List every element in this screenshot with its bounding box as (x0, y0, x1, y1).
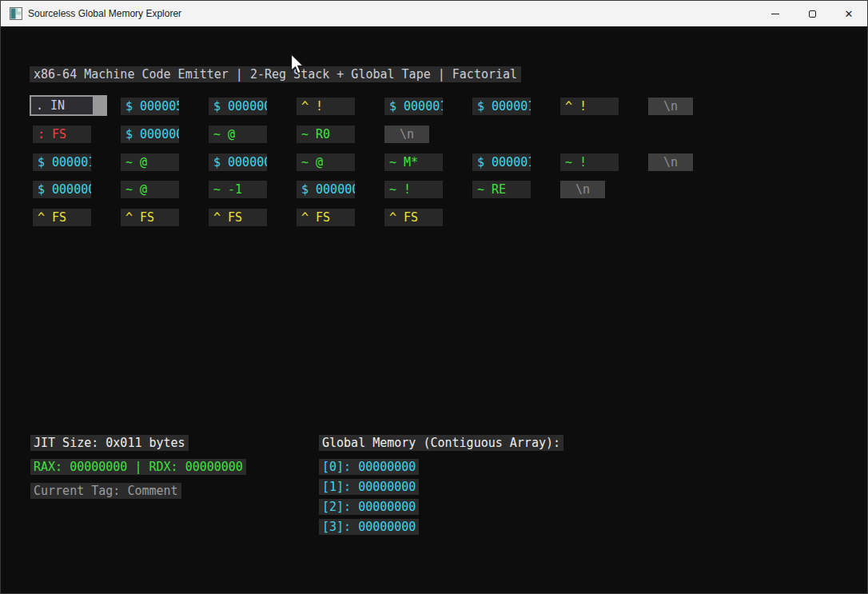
token-cell[interactable]: $ 000001 (472, 153, 531, 171)
active-token-entry[interactable]: . IN (30, 95, 107, 116)
token-cell[interactable]: $ 000001 (472, 98, 531, 115)
token-cell[interactable]: $ 000001 (33, 153, 91, 171)
newline-token-cell[interactable]: \n (384, 126, 429, 143)
token-cell[interactable]: ~ @ (297, 153, 355, 171)
content-area: x86-64 Machine Code Emitter | 2-Reg Stac… (1, 26, 867, 593)
token-cell[interactable]: ^ ! (560, 98, 619, 115)
newline-token-cell[interactable]: \n (648, 98, 693, 115)
memory-slot-0: [0]: 00000000 (319, 459, 419, 475)
token-cell[interactable]: ^ ! (297, 98, 355, 115)
window-controls: ✕ (757, 1, 867, 26)
token-cell[interactable]: ~ ! (560, 153, 619, 171)
entry-cursor-block (93, 97, 106, 114)
token-cell[interactable]: ~ @ (121, 153, 179, 171)
minimize-icon (771, 14, 779, 14)
current-tag-label: Current Tag: Comment (30, 483, 181, 499)
token-cell[interactable]: ^ FS (33, 209, 91, 226)
token-cell[interactable]: ~ -1 (209, 181, 267, 198)
token-cell[interactable]: ^ FS (297, 209, 355, 226)
token-cell[interactable]: $ 000000 (209, 98, 267, 115)
memory-slot-3: [3]: 00000000 (319, 519, 419, 535)
program-header: x86-64 Machine Code Emitter | 2-Reg Stac… (30, 66, 521, 82)
token-cell[interactable]: ~ ! (384, 181, 443, 198)
token-cell[interactable]: ^ FS (384, 209, 443, 226)
token-cell[interactable]: $ 000000 (121, 126, 179, 143)
maximize-icon (809, 10, 816, 18)
token-cell[interactable]: $ 000000 (33, 181, 91, 198)
memory-slot-1: [1]: 00000000 (319, 479, 419, 495)
registers-label: RAX: 00000000 | RDX: 00000000 (30, 459, 246, 475)
maximize-button[interactable] (794, 1, 830, 26)
minimize-button[interactable] (757, 1, 794, 26)
memory-slot-2: [2]: 00000000 (319, 499, 419, 515)
global-memory-title: Global Memory (Contiguous Array): (319, 435, 563, 451)
token-cell[interactable]: $ 000001 (384, 98, 443, 115)
close-icon: ✕ (845, 9, 854, 19)
token-cell[interactable]: ^ FS (121, 209, 179, 226)
app-icon (10, 7, 22, 20)
newline-token-cell[interactable]: \n (560, 181, 605, 198)
window-title: Sourceless Global Memory Explorer (28, 1, 181, 26)
token-cell[interactable]: $ 000000 (297, 181, 355, 198)
token-cell[interactable]: ^ FS (209, 209, 267, 226)
token-cell[interactable]: : FS (33, 126, 91, 143)
title-bar: Sourceless Global Memory Explorer ✕ (1, 1, 867, 26)
close-button[interactable]: ✕ (830, 1, 867, 26)
token-cell[interactable]: $ 000005 (121, 98, 179, 115)
token-cell[interactable]: ~ M* (384, 153, 443, 171)
token-cell[interactable]: $ 000000 (209, 153, 267, 171)
token-cell[interactable]: ~ @ (121, 181, 179, 198)
token-cell[interactable]: ~ RE (472, 181, 531, 198)
app-window: Sourceless Global Memory Explorer ✕ x86-… (0, 0, 868, 594)
jit-size-label: JIT Size: 0x011 bytes (30, 435, 189, 451)
token-cell[interactable]: ~ R0 (297, 126, 355, 143)
newline-token-cell[interactable]: \n (648, 153, 693, 171)
token-cell[interactable]: ~ @ (209, 126, 267, 143)
